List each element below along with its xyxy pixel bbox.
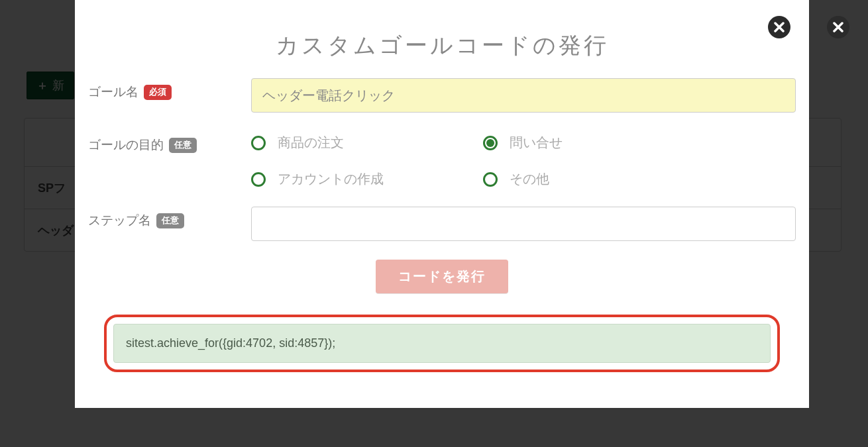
radio-label: その他 [510, 170, 549, 188]
goal-name-input[interactable] [251, 78, 796, 113]
modal-title: カスタムゴールコードの発行 [75, 30, 809, 61]
code-output[interactable]: sitest.achieve_for({gid:4702, sid:4857})… [113, 324, 771, 363]
radio-label: アカウントの作成 [278, 170, 384, 188]
step-name-label: ステップ名 [88, 212, 151, 229]
radio-label: 商品の注文 [278, 134, 344, 152]
row-goal-name: ゴール名 必須 [88, 78, 796, 113]
close-icon[interactable] [768, 16, 790, 38]
radio-order[interactable]: 商品の注文 [251, 134, 483, 152]
modal-dialog: カスタムゴールコードの発行 ゴール名 必須 ゴールの目的 任意 商品 [75, 0, 809, 408]
issue-code-button[interactable]: コードを発行 [376, 260, 508, 293]
goal-name-label: ゴール名 [88, 83, 138, 101]
close-icon-outer[interactable] [827, 16, 849, 38]
radio-account[interactable]: アカウントの作成 [251, 170, 483, 188]
radio-icon [251, 172, 266, 187]
radio-icon [483, 172, 498, 187]
row-goal-purpose: ゴールの目的 任意 商品の注文 問い合せ アカウントの作成 [88, 131, 796, 188]
optional-badge: 任意 [169, 138, 197, 153]
goal-purpose-label: ゴールの目的 [88, 136, 164, 154]
radio-other[interactable]: その他 [483, 170, 715, 188]
radio-icon [483, 136, 498, 150]
radio-label: 問い合せ [510, 134, 563, 152]
optional-badge: 任意 [156, 213, 184, 228]
required-badge: 必須 [144, 85, 172, 100]
row-step-name: ステップ名 任意 [88, 207, 796, 241]
step-name-input[interactable] [251, 207, 796, 241]
radio-icon [251, 136, 266, 150]
code-highlight-frame: sitest.achieve_for({gid:4702, sid:4857})… [104, 315, 780, 372]
radio-inquiry[interactable]: 問い合せ [483, 134, 715, 152]
